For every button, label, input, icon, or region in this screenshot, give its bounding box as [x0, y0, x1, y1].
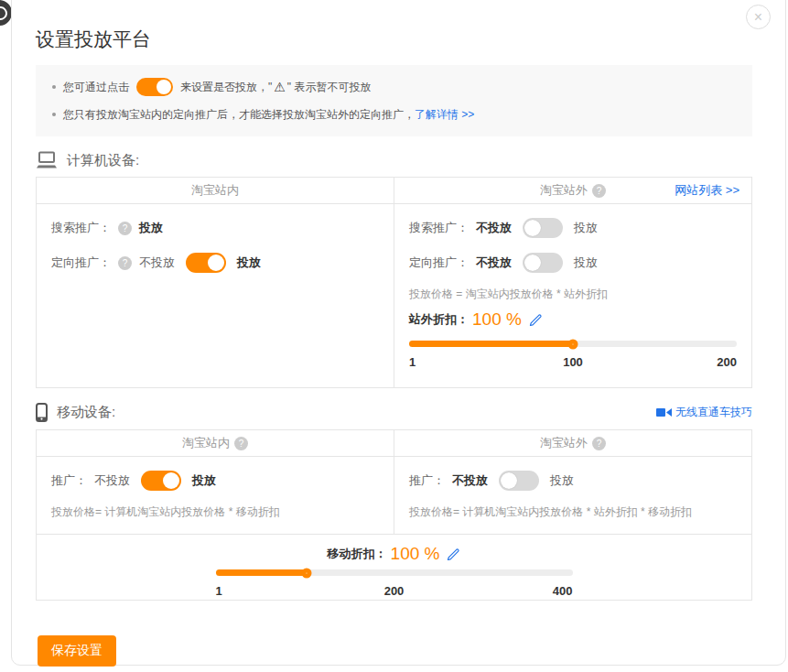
- edit-pencil-icon[interactable]: [447, 547, 460, 561]
- computer-section-header: 计算机设备:: [36, 151, 752, 169]
- state-on-label: 投放: [574, 220, 598, 236]
- search-promo-label: 搜索推广：: [51, 220, 111, 236]
- mobile-onsite-formula: 投放价格= 计算机淘宝站内投放价格 * 移动折扣: [51, 504, 379, 520]
- notice-text: 来设置是否投放，": [180, 80, 272, 95]
- computer-offsite-search-toggle[interactable]: [523, 218, 563, 238]
- search-promo-row: 搜索推广： ? 投放: [51, 217, 379, 239]
- edit-pencil-icon[interactable]: [529, 313, 543, 327]
- toggle-knob: [524, 220, 541, 236]
- notice-text: 您只有投放淘宝站内的定向推广后，才能选择投放淘宝站外的定向推广，: [63, 107, 415, 123]
- notice-text: 您可通过点击: [63, 80, 129, 95]
- mobile-discount-slider: 1 200 400: [216, 569, 573, 599]
- slider-max-label: 400: [553, 584, 573, 599]
- close-icon[interactable]: ×: [746, 5, 771, 29]
- slider-min-label: 1: [409, 355, 416, 370]
- computer-section-label: 计算机设备:: [67, 152, 139, 169]
- learn-more-link[interactable]: 了解详情 >>: [415, 107, 474, 123]
- offsite-discount-row: 站外折扣： 100 %: [409, 309, 737, 330]
- offsite-discount-slider: 1 100 200: [409, 341, 737, 370]
- mobile-discount-footer: 移动折扣： 100 % 1 200 400: [37, 534, 751, 600]
- search-promo-state: 投放: [139, 220, 163, 236]
- state-off-label: 不投放: [476, 220, 512, 236]
- mobile-onsite-header: 淘宝站内 ?: [37, 430, 394, 456]
- header-label: 淘宝站内: [191, 182, 239, 199]
- header-label: 淘宝站外: [540, 182, 588, 199]
- slider-track[interactable]: [216, 569, 573, 576]
- mobile-onsite-toggle[interactable]: [141, 471, 181, 491]
- notice-line-1: 您可通过点击 来设置是否投放，" ⚠ " 表示暂不可投放: [49, 73, 739, 101]
- mobile-section-label: 移动设备:: [57, 404, 115, 421]
- help-icon[interactable]: ?: [592, 184, 606, 198]
- computer-table-head: 淘宝站内 淘宝站外 ? 网站列表 >>: [37, 178, 751, 204]
- wireless-tips-link[interactable]: 无线直通车技巧: [656, 405, 752, 420]
- computer-icon: [36, 151, 58, 169]
- computer-onsite-target-toggle[interactable]: [186, 253, 226, 273]
- wireless-tips-label: 无线直通车技巧: [675, 405, 752, 420]
- mobile-discount-label: 移动折扣：: [328, 546, 387, 562]
- mobile-phone-icon: [36, 403, 48, 422]
- mobile-table-head: 淘宝站内 ? 淘宝站外 ?: [37, 430, 751, 457]
- video-camera-icon: [656, 408, 672, 417]
- header-label: 淘宝站内: [182, 435, 230, 451]
- promo-row: 推广： 不投放 投放: [51, 470, 379, 492]
- state-on-label: 投放: [574, 255, 598, 271]
- state-off-label: 不投放: [139, 255, 175, 271]
- slider-handle[interactable]: [568, 339, 578, 349]
- help-icon[interactable]: ?: [118, 256, 132, 270]
- offsite-price-formula: 投放价格 = 淘宝站内投放价格 * 站外折扣: [409, 287, 737, 302]
- website-list-link[interactable]: 网站列表 >>: [675, 178, 739, 203]
- mobile-offsite-header: 淘宝站外 ?: [394, 430, 751, 456]
- promo-label: 推广：: [409, 472, 445, 489]
- state-on-label: 投放: [550, 472, 574, 489]
- state-off-label: 不投放: [452, 472, 488, 489]
- slider-handle[interactable]: [302, 568, 312, 578]
- computer-onsite-header: 淘宝站内: [37, 178, 394, 203]
- toggle-knob: [501, 472, 517, 489]
- state-on-label: 投放: [237, 255, 261, 271]
- mobile-table-body: 推广： 不投放 投放 投放价格= 计算机淘宝站内投放价格 * 移动折扣 推广： …: [37, 457, 751, 534]
- notice-box: 您可通过点击 来设置是否投放，" ⚠ " 表示暂不可投放 您只有投放淘宝站内的定…: [36, 65, 752, 136]
- help-icon[interactable]: ?: [234, 437, 248, 450]
- computer-offsite-header: 淘宝站外 ? 网站列表 >>: [394, 178, 751, 203]
- offsite-discount-label: 站外折扣：: [409, 311, 469, 328]
- mobile-section-header: 移动设备: 无线直通车技巧: [36, 403, 752, 422]
- mobile-discount-value: 100 %: [391, 544, 440, 564]
- slider-fill: [216, 569, 308, 576]
- header-label: 淘宝站外: [540, 435, 588, 451]
- toggle-knob: [163, 472, 179, 489]
- offsite-discount-value: 100 %: [472, 309, 522, 330]
- notice-line-2: 您只有投放淘宝站内的定向推广后，才能选择投放淘宝站外的定向推广， 了解详情 >>: [49, 101, 739, 128]
- slider-mid-label: 200: [384, 584, 405, 599]
- bullet-icon: [52, 85, 56, 89]
- target-promo-row: 定向推广： 不投放 投放: [409, 252, 737, 274]
- state-off-label: 不投放: [94, 472, 130, 489]
- mobile-offsite-cell: 推广： 不投放 投放 投放价格= 计算机淘宝站内投放价格 * 站外折扣 * 移动…: [394, 457, 751, 534]
- help-icon[interactable]: ?: [118, 222, 132, 235]
- mobile-offsite-formula: 投放价格= 计算机淘宝站内投放价格 * 站外折扣 * 移动折扣: [409, 504, 737, 520]
- slider-labels: 1 100 200: [409, 355, 737, 370]
- slider-mid-label: 100: [563, 355, 583, 370]
- target-promo-label: 定向推广：: [51, 255, 111, 271]
- state-off-label: 不投放: [476, 255, 512, 271]
- computer-offsite-target-toggle[interactable]: [523, 253, 563, 273]
- settings-modal: × 设置投放平台 您可通过点击 来设置是否投放，" ⚠ " 表示暂不可投放 您只…: [11, 0, 786, 666]
- computer-onsite-cell: 搜索推广： ? 投放 定向推广： ? 不投放 投放: [37, 204, 394, 387]
- slider-fill: [409, 341, 573, 347]
- slider-track[interactable]: [409, 341, 737, 347]
- help-icon[interactable]: ?: [592, 437, 606, 450]
- example-toggle: [136, 78, 173, 96]
- toggle-knob: [157, 80, 171, 94]
- computer-offsite-cell: 搜索推广： 不投放 投放 定向推广： 不投放 投放 投放价格 = 淘宝站内投放价…: [394, 204, 751, 387]
- save-settings-button[interactable]: 保存设置: [38, 635, 116, 667]
- mobile-table: 淘宝站内 ? 淘宝站外 ? 推广： 不投放 投放 投放价格= 计算机淘宝站内投放…: [36, 429, 752, 601]
- computer-table-body: 搜索推广： ? 投放 定向推广： ? 不投放 投放 搜索推广： 不投放 投放: [37, 204, 751, 387]
- toggle-knob: [524, 255, 541, 271]
- toggle-knob: [208, 255, 224, 271]
- mobile-offsite-toggle[interactable]: [499, 471, 539, 491]
- mobile-discount-row: 移动折扣： 100 %: [51, 544, 737, 564]
- target-promo-label: 定向推广：: [409, 255, 469, 271]
- warning-icon: ⚠: [274, 80, 286, 94]
- slider-min-label: 1: [216, 584, 222, 599]
- notice-text: " 表示暂不可投放: [287, 80, 372, 95]
- state-on-label: 投放: [192, 472, 216, 489]
